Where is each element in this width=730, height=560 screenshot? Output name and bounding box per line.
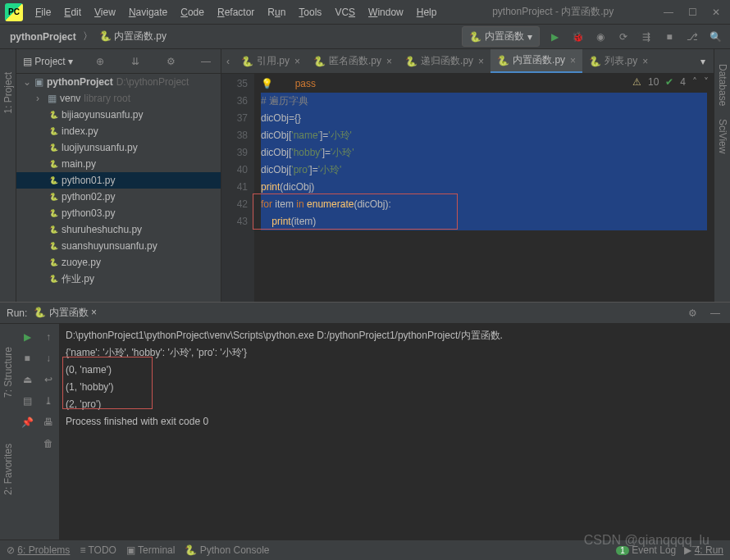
menu-edit[interactable]: Edit bbox=[58, 4, 87, 20]
structure-tool-tab[interactable]: 7: Structure bbox=[1, 340, 16, 404]
layout-icon[interactable]: ▤ bbox=[19, 393, 35, 409]
debug-button[interactable]: 🐞 bbox=[569, 29, 586, 45]
code-content[interactable]: ⚠10 ✔4 ˄ ˅ 💡 pass # 遍历字典 dicObj={} dicOb… bbox=[254, 74, 714, 302]
exit-icon[interactable]: ⏏ bbox=[19, 371, 35, 388]
left-toolwindow-bar: 1: Project bbox=[0, 49, 16, 302]
menu-run[interactable]: Run bbox=[262, 4, 291, 20]
tree-file[interactable]: 🐍 zuoye.py bbox=[16, 254, 221, 271]
console-output[interactable]: D:\pythonProject1\pythonProject\venv\Scr… bbox=[59, 324, 730, 540]
editor-tab[interactable]: 🐍 列表.py× bbox=[582, 50, 655, 72]
hide-run-icon[interactable]: — bbox=[707, 305, 723, 321]
menu-vcs[interactable]: VCS bbox=[329, 4, 361, 20]
close-icon[interactable]: × bbox=[478, 56, 484, 67]
chevron-up-icon[interactable]: ˄ bbox=[692, 74, 697, 91]
favorites-tool-tab[interactable]: 2: Favorites bbox=[1, 437, 16, 502]
concurrency-button[interactable]: ⇶ bbox=[638, 29, 655, 45]
warning-icon: ⚠ bbox=[632, 74, 641, 91]
navigation-bar: pythonProject 〉 🐍 内置函数.py 🐍 内置函数 ▾ ▶ 🐞 ◉… bbox=[0, 25, 730, 49]
wrap-icon[interactable]: ↩ bbox=[40, 371, 57, 388]
code-area[interactable]: 353637383940414243 ⚠10 ✔4 ˄ ˅ 💡 pass # 遍… bbox=[221, 74, 714, 302]
stop-icon[interactable]: ■ bbox=[19, 350, 35, 367]
tree-file[interactable]: 🐍 suanshuyunsuanfu.py bbox=[16, 238, 221, 254]
gear-icon[interactable]: ⚙ bbox=[684, 305, 700, 321]
menu-code[interactable]: Code bbox=[175, 4, 210, 20]
minimize-button[interactable]: — bbox=[664, 7, 673, 18]
close-icon[interactable]: × bbox=[294, 56, 300, 67]
run-button[interactable]: ▶ bbox=[546, 29, 563, 45]
tree-file[interactable]: 🐍 python03.py bbox=[16, 205, 221, 221]
run-title: Run: bbox=[7, 307, 27, 319]
menu-tools[interactable]: Tools bbox=[293, 4, 327, 20]
project-tool-tab[interactable]: 1: Project bbox=[1, 66, 16, 121]
main-area: 1: Project ▤ Project ▾ ⊕ ⇊ ⚙ — ⌄▣ python… bbox=[0, 49, 730, 302]
run-tab[interactable]: 🐍 内置函数 × bbox=[34, 306, 97, 320]
up-icon[interactable]: ↑ bbox=[40, 329, 57, 345]
app-logo: PC bbox=[5, 3, 23, 21]
editor-tab-active[interactable]: 🐍 内置函数.py× bbox=[490, 49, 582, 73]
menu-file[interactable]: File bbox=[30, 4, 57, 20]
chevron-down-icon[interactable]: ˅ bbox=[704, 74, 709, 91]
database-tool-tab[interactable]: Database bbox=[715, 57, 730, 112]
run-toolbar-right: ↑ ↓ ↩ ⤓ 🖶 🗑 bbox=[38, 324, 59, 540]
run-config-selector[interactable]: 🐍 内置函数 ▾ bbox=[462, 26, 540, 47]
close-icon[interactable]: × bbox=[386, 56, 392, 67]
tree-file[interactable]: 🐍 python02.py bbox=[16, 189, 221, 205]
collapse-all-icon[interactable]: ⇊ bbox=[127, 53, 144, 70]
breadcrumb: pythonProject 〉 🐍 内置函数.py bbox=[7, 28, 170, 45]
window-controls: — ☐ ✕ bbox=[664, 7, 725, 18]
menu-navigate[interactable]: Navigate bbox=[123, 4, 173, 20]
python-console-tab[interactable]: 🐍 Python Console bbox=[185, 544, 269, 556]
sciview-tool-tab[interactable]: SciView bbox=[715, 112, 730, 160]
tree-file[interactable]: 🐍 shuruheshuchu.py bbox=[16, 221, 221, 238]
close-button[interactable]: ✕ bbox=[712, 7, 720, 18]
problems-tab[interactable]: ⊘ 6: Problems bbox=[7, 544, 70, 556]
menu-help[interactable]: Help bbox=[411, 4, 443, 20]
print-icon[interactable]: 🖶 bbox=[40, 414, 57, 430]
hide-panel-icon[interactable]: — bbox=[198, 53, 214, 70]
editor: ‹ 🐍 引用.py× 🐍 匿名函数.py× 🐍 递归函数.py× 🐍 内置函数.… bbox=[221, 49, 714, 302]
scroll-icon[interactable]: ⤓ bbox=[40, 393, 57, 409]
event-log-tab[interactable]: 1 Event Log bbox=[616, 544, 676, 556]
maximize-button[interactable]: ☐ bbox=[688, 7, 697, 18]
menu-refactor[interactable]: Refactor bbox=[212, 4, 260, 20]
left-lower-bar: 7: Structure 2: Favorites bbox=[0, 324, 16, 540]
editor-tab[interactable]: 🐍 递归函数.py× bbox=[399, 50, 490, 72]
tree-file[interactable]: 🐍 index.py bbox=[16, 123, 221, 139]
run-tab[interactable]: ▶ 4: Run bbox=[684, 544, 723, 556]
close-icon[interactable]: × bbox=[570, 55, 576, 66]
search-button[interactable]: 🔍 bbox=[707, 29, 723, 45]
editor-tab[interactable]: 🐍 匿名函数.py× bbox=[307, 50, 399, 72]
terminal-tab[interactable]: ▣ Terminal bbox=[126, 544, 175, 556]
tree-file[interactable]: 🐍 作业.py bbox=[16, 271, 221, 287]
tabs-dropdown-icon[interactable]: ▾ bbox=[700, 56, 705, 67]
select-opened-file-icon[interactable]: ⊕ bbox=[92, 53, 108, 70]
inspections-widget[interactable]: ⚠10 ✔4 ˄ ˅ bbox=[632, 74, 709, 91]
coverage-button[interactable]: ◉ bbox=[592, 29, 609, 45]
breadcrumb-file[interactable]: 🐍 内置函数.py bbox=[96, 28, 170, 45]
down-icon[interactable]: ↓ bbox=[40, 350, 57, 367]
todo-tab[interactable]: ≡ TODO bbox=[80, 544, 116, 556]
project-panel: ▤ Project ▾ ⊕ ⇊ ⚙ — ⌄▣ pythonProject D:\… bbox=[16, 49, 221, 302]
tree-venv[interactable]: ›▦ venv library root bbox=[16, 90, 221, 107]
pin-icon[interactable]: 📌 bbox=[19, 414, 35, 430]
tree-file[interactable]: 🐍 luojiyunsuanfu.py bbox=[16, 139, 221, 156]
tree-root[interactable]: ⌄▣ pythonProject D:\pythonProject bbox=[16, 74, 221, 90]
trash-icon[interactable]: 🗑 bbox=[40, 435, 57, 452]
breadcrumb-project[interactable]: pythonProject bbox=[7, 30, 80, 44]
stop-button[interactable]: ■ bbox=[661, 29, 678, 45]
tabs-scroll-left[interactable]: ‹ bbox=[221, 56, 235, 67]
profile-button[interactable]: ⟳ bbox=[615, 29, 632, 45]
menu-view[interactable]: View bbox=[89, 4, 121, 20]
rerun-icon[interactable]: ▶ bbox=[19, 329, 35, 345]
editor-tab[interactable]: 🐍 引用.py× bbox=[235, 50, 307, 72]
project-tree[interactable]: ⌄▣ pythonProject D:\pythonProject ›▦ ven… bbox=[16, 74, 221, 302]
close-icon[interactable]: × bbox=[642, 56, 648, 67]
menu-window[interactable]: Window bbox=[363, 4, 409, 20]
project-panel-header: ▤ Project ▾ ⊕ ⇊ ⚙ — bbox=[16, 49, 221, 74]
tree-file[interactable]: 🐍 main.py bbox=[16, 156, 221, 172]
vcs-button[interactable]: ⎇ bbox=[684, 29, 700, 45]
run-toolbar-left: ▶ ■ ⏏ ▤ 📌 bbox=[16, 324, 38, 540]
tree-file-selected[interactable]: 🐍 python01.py bbox=[16, 172, 221, 189]
tree-file[interactable]: 🐍 bijiaoyunsuanfu.py bbox=[16, 107, 221, 123]
settings-icon[interactable]: ⚙ bbox=[162, 53, 179, 70]
